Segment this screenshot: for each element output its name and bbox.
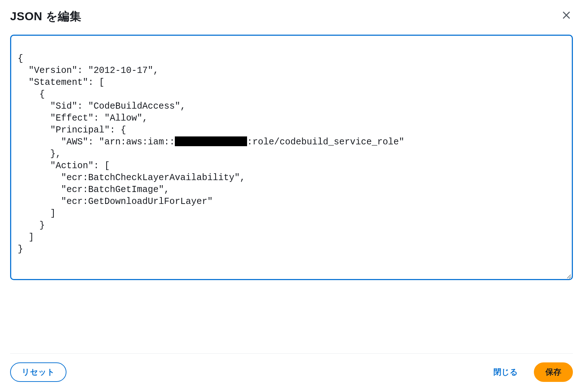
resize-handle-icon [565, 273, 571, 278]
save-button[interactable]: 保存 [534, 362, 573, 382]
edit-json-modal: JSON を編集 { "Version": "2012-10-17", "Sta… [0, 0, 583, 392]
redacted-account-id [175, 136, 247, 147]
editor-container: { "Version": "2012-10-17", "Statement": … [10, 35, 573, 343]
modal-title: JSON を編集 [10, 9, 81, 25]
modal-header: JSON を編集 [10, 9, 573, 25]
json-editor[interactable]: { "Version": "2012-10-17", "Statement": … [10, 35, 573, 280]
reset-button[interactable]: リセット [10, 362, 66, 382]
modal-footer: リセット 閉じる 保存 [10, 354, 573, 392]
footer-right-group: 閉じる 保存 [488, 362, 573, 382]
json-content: { "Version": "2012-10-17", "Statement": … [18, 53, 565, 255]
close-text-button[interactable]: 閉じる [488, 363, 524, 381]
close-icon [561, 10, 571, 20]
close-button[interactable] [560, 9, 573, 22]
